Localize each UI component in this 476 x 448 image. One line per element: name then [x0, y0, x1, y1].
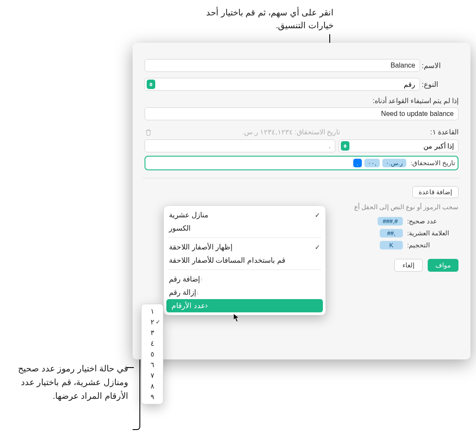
- menu-show-trailing-label: إظهار الأصفار اللاحقة: [169, 243, 233, 252]
- menu-decimal-places[interactable]: ✓ منازل عشرية: [164, 208, 325, 222]
- name-label: الاسم:: [420, 61, 458, 70]
- arrow-down-icon: ↓: [196, 289, 199, 296]
- rule-value-input[interactable]: [145, 139, 335, 152]
- updown-icon: [341, 141, 349, 151]
- check-icon: ✓: [156, 319, 160, 325]
- digit-option-8[interactable]: ٨: [142, 381, 163, 392]
- rule-condition-select[interactable]: إذا أكبر من: [339, 139, 458, 152]
- integer-token[interactable]: #,###: [378, 217, 403, 225]
- callout-bottom-text: في حالة اختيار رموز عدد صحيح ومنازل عشري…: [17, 362, 128, 403]
- chip-selected[interactable]: .: [353, 159, 362, 167]
- digit-option-3[interactable]: ٣: [142, 327, 163, 338]
- callout-top-text: انقر على أي سهم، ثم قم باختيار أحد خيارا…: [197, 6, 334, 32]
- norules-input[interactable]: [145, 107, 458, 120]
- menu-remove-digit-label: إزالة رقم: [169, 288, 196, 297]
- format-label: تاريخ الاستحقاق:: [411, 159, 455, 167]
- scale-label: التحجيم:: [407, 241, 458, 249]
- digit-option-5[interactable]: ٥: [142, 349, 163, 359]
- cancel-button[interactable]: إلغاء: [394, 259, 423, 272]
- chip-currency[interactable]: ر.س.٠: [382, 159, 406, 167]
- callout-bracket-hline: [126, 367, 134, 368]
- decimal-token[interactable]: ,##: [380, 229, 403, 237]
- digit-option-1[interactable]: ١: [142, 306, 163, 317]
- type-select[interactable]: رقم: [145, 78, 420, 91]
- rule-condition-value: إذا أكبر من: [423, 142, 454, 150]
- menu-digit-count-label: عدد الأرقام: [171, 301, 205, 310]
- rule-preview: تاريخ الاستحقاق: ١٢٣٤,١٢٣٤ ر.س.: [242, 128, 340, 136]
- digit-count-submenu: ١ ✓٢ ٣ ٤ ٥ ٦ ٧ ٨ ٩: [141, 304, 163, 404]
- add-rule-button[interactable]: إضافة قاعدة: [412, 186, 458, 198]
- decimal-label: العلامة العشرية:: [407, 229, 458, 237]
- divider: [143, 178, 460, 178]
- menu-separator: [168, 270, 321, 270]
- cursor-icon: [233, 313, 241, 323]
- digit-option-2-label: ٢: [151, 318, 154, 326]
- menu-add-digit-label: إضافة رقم: [169, 275, 200, 284]
- trash-icon[interactable]: [145, 128, 152, 136]
- format-popup-menu: ✓ منازل عشرية الكسور ✓ إظهار الأصفار الل…: [163, 205, 326, 315]
- name-input[interactable]: [145, 59, 420, 72]
- chevron-left-icon: ‹: [205, 301, 208, 310]
- digit-option-7[interactable]: ٧: [142, 370, 163, 381]
- menu-digit-count[interactable]: ‹ عدد الأرقام: [166, 299, 323, 312]
- ok-button[interactable]: مواف: [428, 259, 458, 272]
- digit-option-4[interactable]: ٤: [142, 338, 163, 349]
- chip-fraction[interactable]: ,٠٠: [364, 159, 380, 167]
- digit-option-6[interactable]: ٦: [142, 359, 163, 370]
- type-label: النوع:: [420, 80, 458, 89]
- norules-label: إذا لم يتم استيفاء القواعد أدناه:: [145, 97, 458, 105]
- check-icon: ✓: [315, 211, 320, 219]
- check-icon: ✓: [315, 243, 320, 251]
- menu-fractions-label: الكسور: [169, 224, 191, 233]
- menu-remove-digit[interactable]: ↓ إزالة رقم: [164, 286, 325, 299]
- updown-icon: [147, 80, 155, 89]
- digit-option-9[interactable]: ٩: [142, 392, 163, 402]
- menu-show-trailing[interactable]: ✓ إظهار الأصفار اللاحقة: [164, 240, 325, 254]
- scale-token[interactable]: K: [380, 241, 403, 249]
- rule-title: القاعدة ١:: [430, 128, 458, 136]
- arrow-up-icon: ↑: [200, 276, 203, 283]
- rule-format-row[interactable]: تاريخ الاستحقاق: ر.س.٠ ,٠٠ .: [145, 156, 458, 170]
- menu-separator: [168, 237, 321, 238]
- menu-trailing-spaces-label: قم باستخدام المسافات للأصفار اللاحقة: [169, 256, 285, 265]
- integer-label: عدد صحيح:: [407, 217, 458, 225]
- menu-add-digit[interactable]: ↑ إضافة رقم: [164, 273, 325, 286]
- menu-trailing-spaces[interactable]: قم باستخدام المسافات للأصفار اللاحقة: [164, 254, 325, 267]
- menu-fractions[interactable]: الكسور: [164, 222, 325, 235]
- type-select-value: رقم: [404, 80, 415, 89]
- digit-option-2[interactable]: ✓٢: [142, 317, 163, 327]
- menu-decimal-places-label: منازل عشرية: [169, 211, 208, 220]
